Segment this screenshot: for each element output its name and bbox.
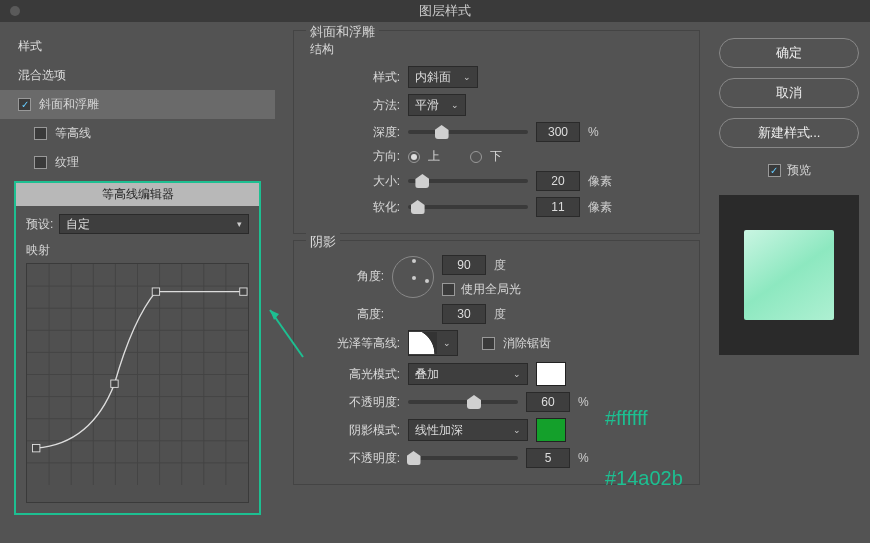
preset-label: 预设: bbox=[26, 216, 53, 233]
annotation-shadow-hex: #14a02b bbox=[605, 467, 683, 490]
dialog-title: 图层样式 bbox=[20, 0, 870, 22]
styles-sidebar: 样式 混合选项 斜面和浮雕 等高线 纹理 等高线编辑器 预设: 自定 ▾ 映射 bbox=[0, 22, 275, 543]
shading-title: 阴影 bbox=[306, 233, 340, 251]
titlebar: 图层样式 bbox=[0, 0, 870, 22]
preset-dropdown[interactable]: 自定 ▾ bbox=[59, 214, 249, 234]
highlight-mode-label: 高光模式: bbox=[324, 366, 400, 383]
blend-options[interactable]: 混合选项 bbox=[0, 61, 275, 90]
sidebar-item-label: 等高线 bbox=[55, 125, 91, 142]
chevron-down-icon: ▾ bbox=[237, 219, 242, 229]
soften-input[interactable]: 11 bbox=[536, 197, 580, 217]
structure-subtitle: 结构 bbox=[310, 41, 687, 58]
checkbox-bevel[interactable] bbox=[18, 98, 31, 111]
contour-thumb-icon bbox=[409, 332, 437, 354]
shadow-mode-label: 阴影模式: bbox=[324, 422, 400, 439]
svg-rect-21 bbox=[240, 288, 247, 295]
size-slider[interactable] bbox=[408, 179, 528, 183]
svg-rect-19 bbox=[111, 380, 118, 387]
technique-label: 方法: bbox=[350, 97, 400, 114]
highlight-color-swatch[interactable] bbox=[536, 362, 566, 386]
soften-label: 软化: bbox=[350, 199, 400, 216]
angle-label: 角度: bbox=[324, 268, 384, 285]
contour-editor-panel: 等高线编辑器 预设: 自定 ▾ 映射 bbox=[14, 181, 261, 515]
global-light-checkbox[interactable] bbox=[442, 283, 455, 296]
shadow-opacity-slider[interactable] bbox=[408, 456, 518, 460]
shadow-color-swatch[interactable] bbox=[536, 418, 566, 442]
styles-heading: 样式 bbox=[0, 32, 275, 61]
shadow-opacity-label: 不透明度: bbox=[324, 450, 400, 467]
highlight-opacity-label: 不透明度: bbox=[324, 394, 400, 411]
sidebar-item-label: 纹理 bbox=[55, 154, 79, 171]
global-light-label: 使用全局光 bbox=[461, 281, 521, 298]
depth-unit: % bbox=[588, 125, 599, 139]
angle-dial[interactable] bbox=[392, 256, 434, 298]
soften-unit: 像素 bbox=[588, 199, 612, 216]
angle-input[interactable]: 90 bbox=[442, 255, 486, 275]
gloss-label: 光泽等高线: bbox=[324, 335, 400, 352]
preset-value: 自定 bbox=[66, 216, 90, 233]
sidebar-item-contour[interactable]: 等高线 bbox=[0, 119, 275, 148]
sidebar-item-label: 斜面和浮雕 bbox=[39, 96, 99, 113]
preview-box bbox=[719, 195, 859, 355]
preview-checkbox[interactable] bbox=[768, 164, 781, 177]
technique-dropdown[interactable]: 平滑⌄ bbox=[408, 94, 466, 116]
preview-label: 预览 bbox=[787, 162, 811, 179]
highlight-mode-dropdown[interactable]: 叠加⌄ bbox=[408, 363, 528, 385]
main-panel: 斜面和浮雕 结构 样式: 内斜面⌄ 方法: 平滑⌄ 深度: 300 % 方向: … bbox=[275, 22, 870, 543]
highlight-opacity-slider[interactable] bbox=[408, 400, 518, 404]
svg-rect-18 bbox=[33, 444, 40, 451]
checkbox-texture[interactable] bbox=[34, 156, 47, 169]
shading-group: 阴影 角度: 90 度 使用全局光 高度: 30 bbox=[293, 240, 700, 485]
contour-editor-title: 等高线编辑器 bbox=[16, 183, 259, 206]
soften-slider[interactable] bbox=[408, 205, 528, 209]
sidebar-item-texture[interactable]: 纹理 bbox=[0, 148, 275, 177]
direction-label: 方向: bbox=[350, 148, 400, 165]
preview-swatch bbox=[744, 230, 834, 320]
chevron-down-icon: ⌄ bbox=[451, 100, 459, 110]
chevron-down-icon: ⌄ bbox=[513, 425, 521, 435]
svg-marker-23 bbox=[270, 310, 279, 320]
cancel-button[interactable]: 取消 bbox=[719, 78, 859, 108]
traffic-light[interactable] bbox=[10, 6, 20, 16]
new-style-button[interactable]: 新建样式... bbox=[719, 118, 859, 148]
depth-slider[interactable] bbox=[408, 130, 528, 134]
ok-button[interactable]: 确定 bbox=[719, 38, 859, 68]
annotation-arrow bbox=[265, 302, 305, 362]
checkbox-contour[interactable] bbox=[34, 127, 47, 140]
altitude-input[interactable]: 30 bbox=[442, 304, 486, 324]
right-column: 确定 取消 新建样式... 预览 bbox=[714, 38, 864, 355]
mapping-label: 映射 bbox=[16, 242, 259, 263]
dir-up-label: 上 bbox=[428, 148, 440, 165]
depth-label: 深度: bbox=[350, 124, 400, 141]
annotation-highlight-hex: #ffffff bbox=[605, 407, 648, 430]
chevron-down-icon: ⌄ bbox=[513, 369, 521, 379]
sidebar-item-bevel[interactable]: 斜面和浮雕 bbox=[0, 90, 275, 119]
style-dropdown[interactable]: 内斜面⌄ bbox=[408, 66, 478, 88]
chevron-down-icon: ⌄ bbox=[463, 72, 471, 82]
direction-down-radio[interactable] bbox=[470, 151, 482, 163]
size-input[interactable]: 20 bbox=[536, 171, 580, 191]
chevron-down-icon: ⌄ bbox=[437, 338, 457, 348]
gloss-contour-picker[interactable]: ⌄ bbox=[408, 330, 458, 356]
size-unit: 像素 bbox=[588, 173, 612, 190]
altitude-label: 高度: bbox=[324, 306, 384, 323]
direction-up-radio[interactable] bbox=[408, 151, 420, 163]
antialias-checkbox[interactable] bbox=[482, 337, 495, 350]
shadow-opacity-input[interactable]: 5 bbox=[526, 448, 570, 468]
structure-group: 斜面和浮雕 结构 样式: 内斜面⌄ 方法: 平滑⌄ 深度: 300 % 方向: … bbox=[293, 30, 700, 234]
bevel-group-title: 斜面和浮雕 bbox=[306, 23, 379, 41]
contour-curve-canvas[interactable] bbox=[26, 263, 249, 503]
shadow-mode-dropdown[interactable]: 线性加深⌄ bbox=[408, 419, 528, 441]
dir-down-label: 下 bbox=[490, 148, 502, 165]
highlight-opacity-input[interactable]: 60 bbox=[526, 392, 570, 412]
svg-rect-20 bbox=[152, 288, 159, 295]
antialias-label: 消除锯齿 bbox=[503, 335, 551, 352]
size-label: 大小: bbox=[350, 173, 400, 190]
depth-input[interactable]: 300 bbox=[536, 122, 580, 142]
style-label: 样式: bbox=[350, 69, 400, 86]
